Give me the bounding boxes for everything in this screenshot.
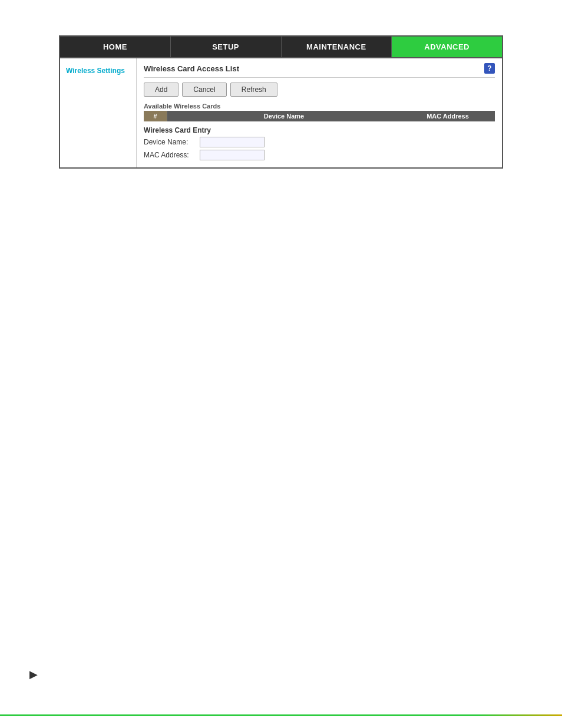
help-icon[interactable]: ? [484, 63, 495, 74]
nav-advanced[interactable]: ADVANCED [392, 37, 502, 57]
nav-maintenance[interactable]: MAINTENANCE [282, 37, 392, 57]
cancel-button[interactable]: Cancel [182, 83, 226, 97]
nav-setup[interactable]: SETUP [171, 37, 282, 57]
bottom-arrow-icon: ▶ [29, 668, 38, 681]
entry-section-title: Wireless Card Entry [144, 126, 495, 134]
col-header-hash: # [144, 111, 167, 121]
device-name-input[interactable] [200, 137, 265, 147]
col-header-mac: MAC Address [401, 111, 495, 121]
bottom-decorative-line [0, 714, 562, 716]
content-area: Wireless Settings Wireless Card Access L… [59, 58, 503, 169]
add-button[interactable]: Add [144, 83, 178, 97]
device-name-row: Device Name: [144, 137, 495, 147]
mac-address-label: MAC Address: [144, 151, 200, 159]
nav-home[interactable]: HOME [60, 37, 171, 57]
entry-section: Wireless Card Entry Device Name: MAC Add… [144, 126, 495, 160]
sidebar: Wireless Settings [60, 58, 137, 167]
table-header: # Device Name MAC Address [144, 111, 495, 121]
col-header-device: Device Name [167, 111, 401, 121]
sidebar-item-wireless-settings[interactable]: Wireless Settings [60, 63, 136, 78]
mac-address-row: MAC Address: [144, 150, 495, 160]
mac-address-input[interactable] [200, 150, 265, 160]
main-panel: Wireless Card Access List ? Add Cancel R… [137, 58, 502, 167]
available-wireless-cards-label: Available Wireless Cards [144, 103, 495, 110]
refresh-button[interactable]: Refresh [230, 83, 277, 97]
panel-title-row: Wireless Card Access List ? [144, 63, 495, 78]
nav-bar: HOME SETUP MAINTENANCE ADVANCED [59, 35, 503, 58]
panel-title: Wireless Card Access List [144, 64, 239, 73]
buttons-row: Add Cancel Refresh [144, 83, 495, 97]
device-name-label: Device Name: [144, 138, 200, 146]
